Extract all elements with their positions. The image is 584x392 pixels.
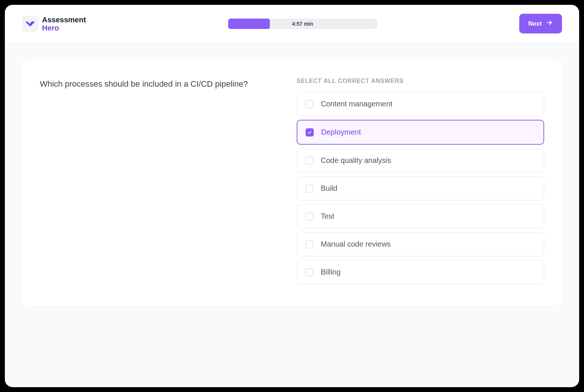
answer-label: Billing: [321, 268, 341, 276]
brand-name-line2: Hero: [42, 24, 86, 32]
brand-name-line1: Assessment: [42, 16, 86, 24]
answers-section: SELECT ALL CORRECT ANSWERS Content manag…: [297, 78, 544, 288]
question-card: Which processes should be included in a …: [22, 60, 562, 306]
checkbox-icon: [305, 184, 313, 193]
next-button[interactable]: Next: [519, 14, 562, 33]
answer-label: Test: [321, 212, 335, 221]
answer-label: Code quality analysis: [321, 156, 391, 165]
answer-option[interactable]: Build: [297, 176, 544, 200]
checkbox-icon: [305, 212, 313, 221]
checkbox-icon: [305, 240, 313, 248]
app-window: Assessment Hero 4:57 min Next W: [4, 4, 580, 388]
answer-label: Content management: [321, 100, 392, 108]
brand-text: Assessment Hero: [42, 16, 86, 32]
content-area: Which processes should be included in a …: [5, 43, 579, 323]
checkbox-icon: [305, 100, 313, 108]
answer-label: Manual code reviews: [321, 240, 391, 248]
question-section: Which processes should be included in a …: [40, 78, 267, 288]
next-button-label: Next: [528, 20, 542, 28]
question-text: Which processes should be included in a …: [40, 78, 267, 90]
checkbox-icon: [305, 157, 313, 165]
answer-option[interactable]: Billing: [297, 260, 544, 284]
timer-text: 4:57 min: [292, 21, 313, 27]
timer-progress: 4:57 min: [228, 19, 377, 29]
answer-label: Build: [321, 184, 337, 193]
answer-label: Deployment: [321, 128, 361, 136]
answer-option[interactable]: Manual code reviews: [297, 232, 544, 256]
answer-option[interactable]: Deployment: [297, 120, 544, 145]
app-header: Assessment Hero 4:57 min Next: [5, 5, 579, 43]
answer-option[interactable]: Code quality analysis: [297, 148, 544, 173]
answer-option[interactable]: Test: [297, 204, 544, 228]
checkbox-icon: [305, 268, 313, 276]
answers-instruction: SELECT ALL CORRECT ANSWERS: [297, 78, 544, 84]
progress-bar-fill: [228, 19, 270, 29]
answer-option[interactable]: Content management: [297, 92, 544, 116]
brand-icon: [22, 16, 38, 32]
checkbox-icon: [306, 128, 314, 136]
brand-logo: Assessment Hero: [22, 16, 86, 32]
answers-list: Content managementDeploymentCode quality…: [297, 92, 544, 284]
arrow-right-icon: [546, 19, 553, 28]
